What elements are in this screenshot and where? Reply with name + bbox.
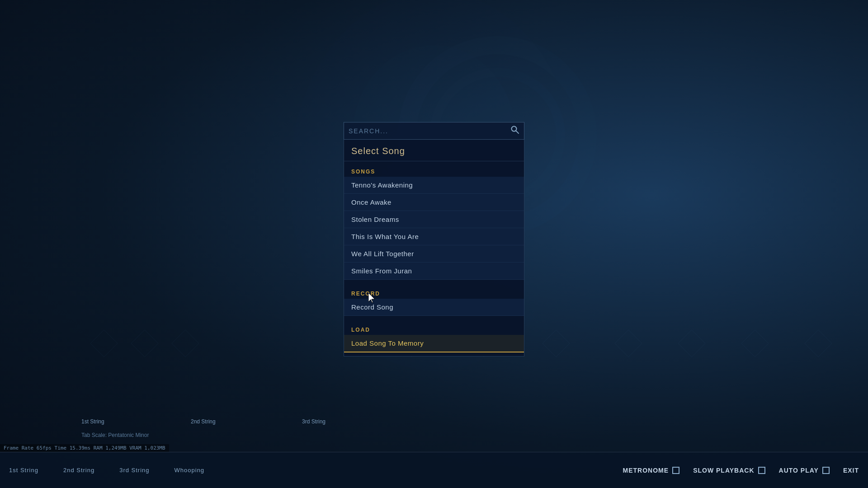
string-name-1st: 1st String: [81, 418, 104, 425]
metronome-checkbox[interactable]: [672, 467, 679, 474]
slow-playback-label: SLOW PLAYBACK: [693, 467, 754, 474]
auto-play-label: AUTO PLAY: [779, 467, 819, 474]
hud-right-controls: METRONOME SLOW PLAYBACK AUTO PLAY EXIT: [623, 467, 859, 474]
search-bar: [344, 122, 524, 140]
record-section-label: RECORD: [344, 287, 524, 299]
song-item-stolen-dreams[interactable]: Stolen Dreams: [344, 211, 524, 228]
load-section-label: LOAD: [344, 323, 524, 335]
modal-title: Select Song: [344, 140, 524, 161]
exit-button[interactable]: EXIT: [843, 467, 859, 474]
slow-playback-control: SLOW PLAYBACK: [693, 467, 765, 474]
string-label-3rd: 3rd String: [302, 418, 326, 425]
search-input[interactable]: [349, 127, 510, 135]
song-item-tennos-awakening[interactable]: Tenno's Awakening: [344, 177, 524, 194]
debug-text: Frame Rate 65fps Time 15.39ms RAM 1,249M…: [4, 445, 165, 451]
hud-string-1: 1st String: [9, 467, 38, 474]
auto-play-checkbox[interactable]: [822, 467, 830, 474]
song-item-we-all-lift-together[interactable]: We All Lift Together: [344, 245, 524, 263]
metronome-control: METRONOME: [623, 467, 680, 474]
tab-scale-label: Tab Scale: Pentatonic Minor: [81, 432, 149, 438]
songs-section: SONGS Tenno's Awakening Once Awake Stole…: [344, 161, 524, 283]
svg-line-15: [516, 131, 519, 134]
songs-section-label: SONGS: [344, 165, 524, 177]
hud-string-2: 2nd String: [63, 467, 94, 474]
string-label-1st: 1st String: [81, 418, 104, 425]
slow-playback-checkbox[interactable]: [758, 467, 765, 474]
load-section: LOAD Load Song To Memory: [344, 319, 524, 356]
song-item-smiles-from-juran[interactable]: Smiles From Juran: [344, 263, 524, 280]
string-name-2nd: 2nd String: [191, 418, 216, 425]
song-item-once-awake[interactable]: Once Awake: [344, 194, 524, 211]
song-item-this-is-what-you-are[interactable]: This Is What You Are: [344, 228, 524, 245]
string-label-2nd: 2nd String: [191, 418, 216, 425]
debug-bar: Frame Rate 65fps Time 15.39ms RAM 1,249M…: [0, 444, 169, 452]
hud-bar: 1st String 2nd String 3rd String Whoopin…: [0, 452, 868, 488]
metronome-label: METRONOME: [623, 467, 669, 474]
modal-panel: Select Song SONGS Tenno's Awakening Once…: [344, 140, 524, 357]
auto-play-control: AUTO PLAY: [779, 467, 830, 474]
hud-string-3: 3rd String: [119, 467, 149, 474]
string-name-3rd: 3rd String: [302, 418, 326, 425]
song-select-modal: Select Song SONGS Tenno's Awakening Once…: [344, 122, 524, 357]
search-button[interactable]: [510, 125, 519, 136]
record-section: RECORD Record Song: [344, 283, 524, 319]
song-item-record-song[interactable]: Record Song: [344, 299, 524, 316]
hud-string-whooping: Whooping: [175, 467, 205, 474]
song-item-load-song-to-memory[interactable]: Load Song To Memory: [344, 335, 524, 352]
